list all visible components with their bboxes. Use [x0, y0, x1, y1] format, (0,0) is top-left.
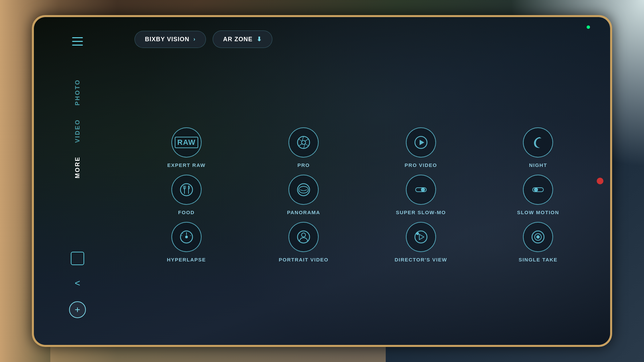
mode-super-slow-mo[interactable]: SUPER SLOW-MO	[369, 175, 473, 215]
mode-pro[interactable]: PRO	[252, 127, 356, 168]
left-sidebar: PHOTO VIDEO MORE < +	[34, 17, 121, 345]
svg-point-15	[298, 184, 310, 196]
sidebar-item-video[interactable]: VIDEO	[71, 112, 85, 149]
aperture-svg	[296, 134, 312, 150]
mode-portrait-video[interactable]: PORTRAIT VIDEO	[252, 222, 356, 262]
expert-raw-label: EXPERT RAW	[167, 162, 206, 168]
add-mode-button[interactable]: +	[69, 301, 86, 318]
pro-video-icon	[406, 127, 436, 158]
top-buttons-row: BIXBY VISION › AR ZONE ⬇	[135, 31, 590, 48]
phone-screen: PHOTO VIDEO MORE < + BIXBY VISION ›	[34, 17, 610, 345]
green-status-dot	[587, 25, 590, 29]
night-label: NIGHT	[529, 162, 547, 168]
bixby-vision-button[interactable]: BIXBY VISION ›	[135, 31, 206, 48]
hamburger-icon[interactable]	[72, 37, 83, 46]
food-icon	[171, 175, 202, 205]
sidebar-top: PHOTO VIDEO MORE	[71, 37, 85, 185]
portrait-video-icon	[288, 222, 319, 252]
pro-label: PRO	[298, 162, 310, 168]
sidebar-nav: PHOTO VIDEO MORE	[71, 72, 85, 185]
svg-point-17	[421, 188, 425, 191]
svg-point-10	[180, 184, 193, 196]
super-slow-mo-svg	[413, 182, 429, 198]
slow-motion-label: SLOW MOTION	[517, 209, 559, 215]
mode-single-take[interactable]: SINGLE TAKE	[486, 222, 590, 262]
portrait-video-svg	[296, 229, 312, 245]
svg-line-2	[302, 136, 304, 140]
ar-zone-button[interactable]: AR ZONE ⬇	[213, 31, 272, 48]
directors-view-icon	[406, 222, 436, 252]
svg-point-26	[417, 233, 419, 235]
sidebar-item-more[interactable]: MORE	[71, 149, 85, 185]
bixby-vision-arrow-icon: ›	[194, 36, 196, 42]
expert-raw-icon: RAW	[171, 127, 202, 158]
svg-line-4	[305, 143, 308, 146]
sidebar-bottom: < +	[69, 252, 86, 318]
mode-panorama[interactable]: PANORAMA	[252, 175, 356, 215]
directors-view-svg	[413, 229, 429, 245]
svg-point-19	[534, 188, 538, 191]
food-label: FOOD	[178, 209, 195, 215]
ar-zone-label: AR ZONE	[223, 36, 253, 43]
panorama-icon	[288, 175, 319, 205]
svg-point-0	[298, 136, 310, 148]
mode-food[interactable]: FOOD	[135, 175, 238, 215]
hamburger-line-1	[72, 37, 83, 38]
square-icon[interactable]	[71, 252, 84, 265]
mode-directors-view[interactable]: DIRECTOR'S VIEW	[369, 222, 473, 262]
hyperlapse-svg	[178, 229, 195, 245]
panorama-svg	[296, 182, 312, 198]
super-slow-mo-label: SUPER SLOW-MO	[396, 209, 446, 215]
hyperlapse-label: HYPERLAPSE	[167, 257, 206, 262]
slow-motion-svg	[530, 182, 546, 198]
pro-video-label: PRO VIDEO	[405, 162, 437, 168]
mode-slow-motion[interactable]: SLOW MOTION	[486, 175, 590, 215]
svg-line-3	[305, 139, 308, 141]
svg-line-7	[299, 139, 302, 141]
mode-hyperlapse[interactable]: HYPERLAPSE	[135, 222, 238, 262]
portrait-video-label: PORTRAIT VIDEO	[279, 257, 329, 262]
raw-text-label: RAW	[175, 137, 198, 148]
super-slow-mo-icon	[406, 175, 436, 205]
bixby-vision-label: BIXBY VISION	[145, 36, 190, 43]
svg-point-23	[302, 233, 306, 237]
night-icon	[523, 127, 553, 158]
moon-svg	[530, 134, 546, 150]
mode-expert-raw[interactable]: RAW EXPERT RAW	[135, 127, 238, 168]
svg-marker-25	[419, 234, 424, 240]
single-take-icon	[523, 222, 553, 252]
svg-line-5	[304, 144, 305, 148]
single-take-label: SINGLE TAKE	[519, 257, 557, 262]
ar-zone-download-icon: ⬇	[257, 36, 262, 43]
modes-grid: RAW EXPERT RAW	[135, 58, 590, 331]
panorama-label: PANORAMA	[287, 209, 320, 215]
sidebar-item-photo[interactable]: PHOTO	[71, 72, 85, 112]
svg-marker-9	[420, 140, 424, 145]
food-svg	[178, 182, 195, 198]
slow-motion-icon	[523, 175, 553, 205]
mode-night[interactable]: NIGHT	[486, 127, 590, 168]
pro-video-svg	[413, 134, 429, 150]
svg-line-6	[299, 143, 303, 146]
phone-frame: PHOTO VIDEO MORE < + BIXBY VISION ›	[32, 15, 612, 347]
hamburger-line-2	[72, 41, 83, 42]
record-button[interactable]	[597, 178, 603, 184]
back-button[interactable]: <	[75, 279, 80, 288]
svg-point-29	[537, 236, 539, 238]
main-content: BIXBY VISION › AR ZONE ⬇ RAW EXPERT RAW	[121, 17, 610, 345]
single-take-svg	[530, 229, 546, 245]
pro-icon	[288, 127, 319, 158]
hyperlapse-icon	[171, 222, 202, 252]
mode-pro-video[interactable]: PRO VIDEO	[369, 127, 473, 168]
directors-view-label: DIRECTOR'S VIEW	[394, 257, 447, 262]
hamburger-line-3	[72, 45, 83, 46]
